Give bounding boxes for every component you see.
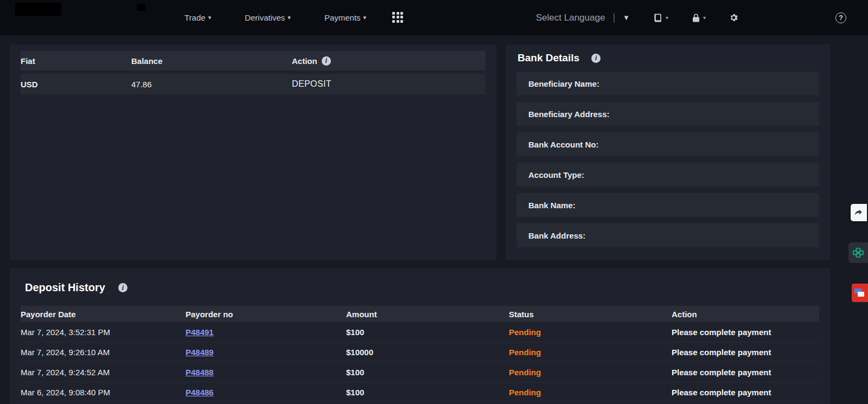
col-header-status: Status	[509, 310, 672, 319]
chevron-down-icon: ▾	[363, 14, 367, 21]
deposit-history-panel: Deposit History i Payorder Date Payorder…	[10, 268, 830, 404]
bank-detail-label: Bank Name:	[528, 201, 576, 210]
nav-menu-item[interactable]: Derivatives ▾	[245, 13, 291, 22]
deposit-amount: $100	[346, 388, 509, 397]
bank-detail-label: Bank Address:	[528, 231, 585, 240]
orders-menu[interactable]: ▾	[653, 12, 668, 23]
status-badge: Pending	[509, 348, 672, 357]
nav-menu-item[interactable]: Trade ▾	[184, 13, 211, 22]
chevron-down-icon: ▾	[666, 15, 668, 21]
payorder-date: Mar 7, 2024, 3:52:31 PM	[21, 328, 186, 337]
col-header-action: Action	[292, 56, 317, 66]
language-selector[interactable]: Select Language | ▼	[536, 12, 630, 23]
deposit-amount: $10000	[346, 348, 509, 357]
extension-button[interactable]	[852, 284, 868, 302]
chevron-down-icon: ▾	[288, 14, 291, 21]
payorder-link[interactable]: P48488	[186, 368, 214, 377]
logo-mark	[137, 4, 145, 11]
action-text: Please complete payment	[672, 348, 819, 357]
assistant-icon	[852, 247, 864, 259]
gear-icon	[729, 12, 739, 23]
help-icon: ?	[839, 14, 843, 22]
share-arrow-icon	[854, 208, 864, 217]
bank-detail-label: Bank Account No:	[528, 140, 598, 149]
bank-detail-field: Bank Address:	[516, 223, 819, 247]
chevron-down-icon: ▾	[703, 15, 706, 21]
fiat-table-header: Fiat Balance Action i	[21, 51, 486, 70]
col-header-fiat: Fiat	[21, 56, 131, 66]
deposit-action-button[interactable]: DEPOSIT	[292, 79, 331, 89]
fiat-balance-panel: Fiat Balance Action i USD 47.86 DEPOSIT	[10, 44, 496, 260]
bank-detail-field: Bank Name:	[516, 193, 819, 217]
payorder-date: Mar 6, 2024, 9:08:40 PM	[21, 388, 186, 397]
payorder-link[interactable]: P48486	[186, 388, 214, 397]
bank-detail-field: Beneficiary Name:	[516, 72, 819, 95]
info-icon[interactable]: i	[591, 54, 601, 63]
nav-menu-item[interactable]: Payments ▾	[324, 13, 366, 22]
col-header-payorder-no: Payorder no	[186, 310, 346, 319]
top-nav-bar: Trade ▾ Derivatives ▾ Payments ▾ Select …	[0, 0, 868, 35]
history-table-row: Mar 7, 2024, 9:26:10 AM P48489 $10000 Pe…	[21, 342, 819, 362]
status-badge: Pending	[509, 328, 672, 337]
fiat-balance: 47.86	[131, 80, 292, 89]
apps-grid-icon[interactable]	[392, 12, 404, 24]
lock-icon	[691, 12, 701, 23]
extension-icon-detail	[858, 292, 864, 297]
settings-button[interactable]	[729, 12, 739, 23]
payorder-link[interactable]: P48489	[186, 348, 214, 357]
info-icon[interactable]: i	[322, 56, 331, 66]
security-menu[interactable]: ▾	[691, 12, 706, 23]
nav-menu-label: Trade	[184, 13, 206, 22]
info-icon[interactable]: i	[118, 283, 127, 292]
assistant-extension-button[interactable]	[848, 242, 868, 263]
fiat-currency: USD	[21, 80, 131, 89]
bank-detail-label: Beneficiary Name:	[528, 79, 599, 88]
bank-detail-label: Account Type:	[528, 170, 584, 179]
history-table-header: Payorder Date Payorder no Amount Status …	[21, 306, 819, 322]
deposit-amount: $100	[346, 368, 509, 377]
status-badge: Pending	[509, 388, 672, 397]
action-text: Please complete payment	[672, 388, 819, 397]
action-text: Please complete payment	[672, 328, 819, 337]
col-header-balance: Balance	[131, 56, 292, 66]
action-text: Please complete payment	[672, 368, 819, 377]
col-header-payorder-date: Payorder Date	[21, 310, 186, 319]
book-icon	[653, 12, 663, 23]
payorder-date: Mar 7, 2024, 9:26:10 AM	[21, 348, 186, 357]
bank-details-title: Bank Details	[518, 52, 579, 64]
bank-detail-field: Account Type:	[516, 163, 819, 187]
bank-detail-label: Beneficiary Address:	[528, 110, 610, 119]
history-table-row: Mar 7, 2024, 9:24:52 AM P48488 $100 Pend…	[21, 362, 819, 382]
deposit-amount: $100	[346, 328, 509, 337]
status-badge: Pending	[509, 368, 672, 377]
help-button[interactable]: ?	[835, 12, 846, 23]
language-label: Select Language	[536, 12, 605, 23]
logo[interactable]	[15, 3, 61, 16]
history-table-row: Mar 6, 2024, 9:08:40 PM P48486 $100 Pend…	[21, 382, 819, 402]
top-nav-right: Select Language | ▼ ▾ ▾ ?	[536, 0, 846, 35]
payorder-link[interactable]: P48491	[186, 328, 214, 337]
separator: |	[612, 12, 615, 23]
bank-detail-field: Bank Account No:	[516, 132, 819, 156]
nav-menu-label: Payments	[324, 13, 361, 22]
fiat-table-row: USD 47.86 DEPOSIT	[21, 74, 486, 94]
nav-menu-label: Derivatives	[245, 13, 285, 22]
bank-details-panel: Bank Details i Beneficiary Name: Benefic…	[506, 44, 830, 260]
triangle-down-icon: ▼	[623, 14, 630, 22]
payorder-date: Mar 7, 2024, 9:24:52 AM	[21, 368, 186, 377]
chevron-down-icon: ▾	[208, 14, 212, 21]
col-header-amount: Amount	[346, 310, 509, 319]
bank-detail-field: Beneficiary Address:	[516, 102, 819, 126]
deposit-history-title: Deposit History	[25, 281, 105, 294]
history-table-row: Mar 7, 2024, 3:52:31 PM P48491 $100 Pend…	[21, 322, 819, 342]
col-header-action: Action	[672, 310, 819, 319]
share-shortcut-button[interactable]	[851, 204, 867, 221]
main-nav: Trade ▾ Derivatives ▾ Payments ▾	[184, 13, 366, 22]
